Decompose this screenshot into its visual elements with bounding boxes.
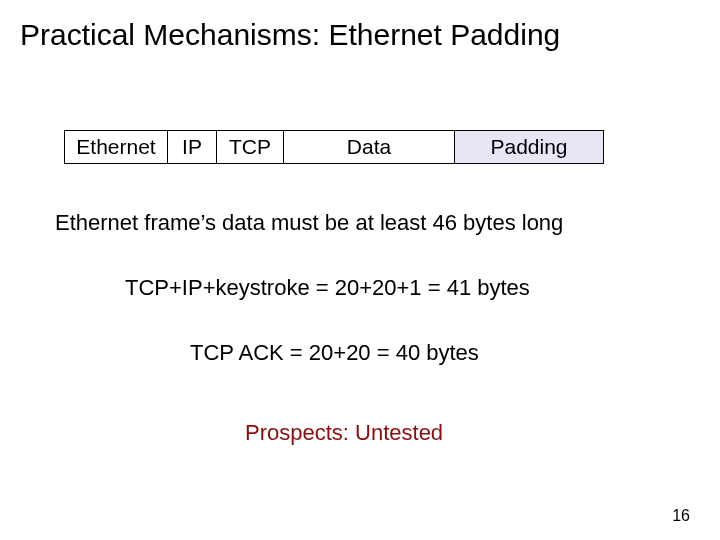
text-frame-rule: Ethernet frame’s data must be at least 4… xyxy=(55,210,563,236)
text-calc-1: TCP+IP+keystroke = 20+20+1 = 41 bytes xyxy=(125,275,530,301)
packet-diagram: Ethernet IP TCP Data Padding xyxy=(64,130,604,164)
packet-cell-ip: IP xyxy=(167,130,217,164)
packet-cell-padding: Padding xyxy=(454,130,604,164)
page-number: 16 xyxy=(672,507,690,525)
packet-cell-tcp: TCP xyxy=(216,130,284,164)
packet-cell-data: Data xyxy=(283,130,455,164)
packet-cell-ethernet: Ethernet xyxy=(64,130,168,164)
slide-title: Practical Mechanisms: Ethernet Padding xyxy=(20,18,700,52)
text-calc-2: TCP ACK = 20+20 = 40 bytes xyxy=(190,340,479,366)
text-prospects: Prospects: Untested xyxy=(245,420,443,446)
